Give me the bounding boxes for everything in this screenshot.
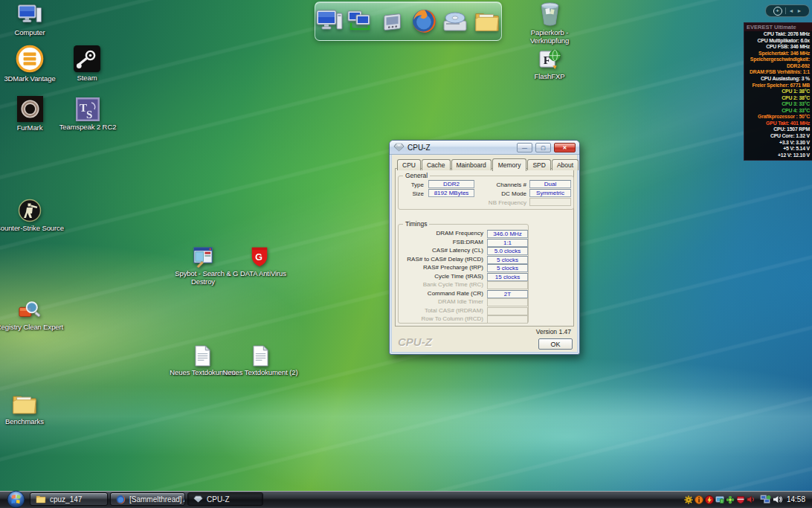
everest-row: Freier Speicher: 6771 MB <box>744 83 812 89</box>
minimize-button[interactable]: — <box>517 143 532 152</box>
next-gadget-icon[interactable]: ► <box>797 8 802 13</box>
desktop-icon-gdata-antivirus[interactable]: G G DATA AntiVirus <box>215 246 304 277</box>
green-flower-icon[interactable] <box>726 495 735 504</box>
cpuz-tab-strip: CPU Cache Mainboard Memory SPD About <box>397 158 579 170</box>
taskbar-button-label: [Sammelthread] As... <box>129 495 185 504</box>
bank-cycle-time-field <box>487 281 528 289</box>
flashfxp-icon: F <box>538 48 561 71</box>
field-label: Channels # <box>476 181 526 188</box>
add-gadget-icon[interactable]: + <box>773 7 782 16</box>
everest-row: CPU Auslastung: 3 % <box>744 76 812 83</box>
counter-strike-icon <box>18 199 42 222</box>
desktop-icon-counter-strike-source[interactable]: Counter-Strike Source <box>0 199 78 232</box>
general-groupbox-legend: General <box>403 172 430 179</box>
gold-gear-icon[interactable] <box>684 495 693 504</box>
desktop-icon-registry-clean-expert[interactable]: Registry Clean Expert <box>0 299 78 331</box>
timing-label: RAS# Precharge (tRP) <box>400 264 483 271</box>
dock-item-documents-folder[interactable] <box>474 7 502 36</box>
field-label: NB Frequency <box>476 199 526 206</box>
timing-label: DRAM Frequency <box>400 230 483 237</box>
svg-text:G: G <box>255 251 262 263</box>
desktop-icon-neues-textdokument-2[interactable]: Neues Textdokument (2) <box>222 345 299 376</box>
spybot-icon <box>192 245 215 268</box>
timing-label: FSB:DRAM <box>400 239 483 245</box>
fsb-dram-field: 1:1 <box>487 239 528 247</box>
timing-label: Cycle Time (tRAS) <box>400 273 483 280</box>
desktop-icon-label: FurMark <box>17 123 43 132</box>
tab-mainboard[interactable]: Mainboard <box>451 159 492 170</box>
gadget-bar-divider <box>785 7 786 14</box>
prev-gadget-icon[interactable]: ◄ <box>789 8 794 13</box>
everest-row: CPU 1: 38°C <box>744 89 812 95</box>
everest-row: Speichertakt: 346 MHz <box>744 51 812 57</box>
desktop-icon-flashfxp[interactable]: F FlashFXP <box>514 48 585 80</box>
desktop-icon-label: 3DMark Vantage <box>4 74 55 83</box>
cas-latency-field: 5.0 clocks <box>487 247 528 255</box>
total-cas-field <box>487 307 528 315</box>
recycle-bin-icon <box>539 1 561 27</box>
red-bolt-icon[interactable] <box>705 495 714 504</box>
dock-item-computer[interactable] <box>315 7 344 36</box>
cpuz-titlebar[interactable]: CPU-Z — ▢ ✕ <box>390 141 579 155</box>
display-panel-icon <box>380 9 405 34</box>
dock-item-firefox[interactable] <box>410 7 439 36</box>
everest-row: CPU Core: 1.32 V <box>744 133 812 140</box>
everest-row: +12 V: 12.10 V <box>744 152 812 159</box>
dock-item-network[interactable] <box>347 7 376 36</box>
desktop-icon-label: Registry Clean Expert <box>0 323 63 331</box>
dock-item-disc-drive[interactable] <box>442 7 470 36</box>
tab-cache[interactable]: Cache <box>422 159 451 170</box>
memory-tab-page: General Type DDR2 Size 8192 MBytes Chann… <box>395 168 574 327</box>
memory-type-field: DDR2 <box>428 180 474 188</box>
dock-item-display-panel[interactable] <box>378 7 407 36</box>
field-label: Type <box>399 181 424 188</box>
everest-row: +3.3 V: 3.30 V <box>744 140 812 147</box>
folder-icon <box>12 393 37 416</box>
desktop-icon-papierkorb[interactable]: Papierkorb - Verknüpfung <box>518 1 581 45</box>
ras-to-cas-field: 5 clocks <box>487 256 528 264</box>
desktop-icon-benchmarks[interactable]: Benchmarks <box>0 393 60 425</box>
taskbar-button-label: CPU-Z <box>207 495 230 504</box>
tab-spd[interactable]: SPD <box>527 159 550 170</box>
timing-label: DRAM Idle Timer <box>400 298 483 305</box>
version-text: Version 1.47 <box>536 328 571 335</box>
timing-label: CAS# Latency (CL) <box>400 247 483 254</box>
cpuz-window-body: CPU Cache Mainboard Memory SPD About Gen… <box>392 155 577 352</box>
everest-osd-panel: EVEREST Ultimate CPU Takt: 2076 MHz CPU … <box>744 22 812 161</box>
desktop-icon-teamspeak[interactable]: TS Teamspeak 2 RC2 <box>47 97 129 131</box>
timing-label: Bank Cycle Time (tRC) <box>400 281 483 288</box>
taskbar-button-firefox[interactable]: [Sammelthread] As... <box>110 492 185 506</box>
network-icon[interactable] <box>760 495 771 504</box>
timing-label: Total CAS# (tRDRAM) <box>400 307 483 314</box>
desktop-icon-label: G DATA AntiVirus <box>233 269 286 277</box>
tab-about[interactable]: About <box>552 159 579 170</box>
everest-row: CPU 2: 38°C <box>744 95 812 102</box>
volume-icon[interactable] <box>773 495 782 504</box>
command-rate-field: 2T <box>487 290 528 298</box>
tab-cpu[interactable]: CPU <box>397 159 421 170</box>
taskbar-button-cpuz147[interactable]: cpuz_147 <box>30 492 108 506</box>
taskbar-button-label: cpuz_147 <box>50 495 82 504</box>
blue-display-icon[interactable] <box>715 495 724 504</box>
network-icon <box>347 9 374 34</box>
dram-frequency-field: 346.0 MHz <box>487 230 528 238</box>
everest-row: Speichergeschwindigkeit: DDR2-692 <box>744 57 812 69</box>
taskbar-button-cpuz[interactable]: CPU-Z <box>187 492 263 506</box>
tab-memory[interactable]: Memory <box>492 158 527 171</box>
orange-info-icon[interactable] <box>695 495 703 504</box>
desktop-icon-computer[interactable]: Computer <box>0 4 65 36</box>
teamspeak-icon: TS <box>76 97 100 121</box>
start-button[interactable] <box>7 490 25 508</box>
firefox-icon <box>116 495 126 504</box>
timings-groupbox: Timings DRAM Frequency346.0 MHz FSB:DRAM… <box>398 224 529 324</box>
taskbar-clock[interactable]: 14:58 <box>787 495 805 504</box>
close-button[interactable]: ✕ <box>554 143 576 152</box>
desktop: + ◄ ► Computer 3DMark Vantage Steam FurM… <box>0 0 812 508</box>
red-speaker-icon[interactable] <box>747 495 755 504</box>
general-groupbox: General Type DDR2 Size 8192 MBytes Chann… <box>398 176 574 210</box>
red-shield-icon[interactable] <box>736 495 745 504</box>
everest-row: +5 V: 5.14 V <box>744 146 812 152</box>
ok-button[interactable]: OK <box>538 338 573 350</box>
desktop-icon-steam[interactable]: Steam <box>51 45 123 82</box>
maximize-button[interactable]: ▢ <box>535 143 551 152</box>
